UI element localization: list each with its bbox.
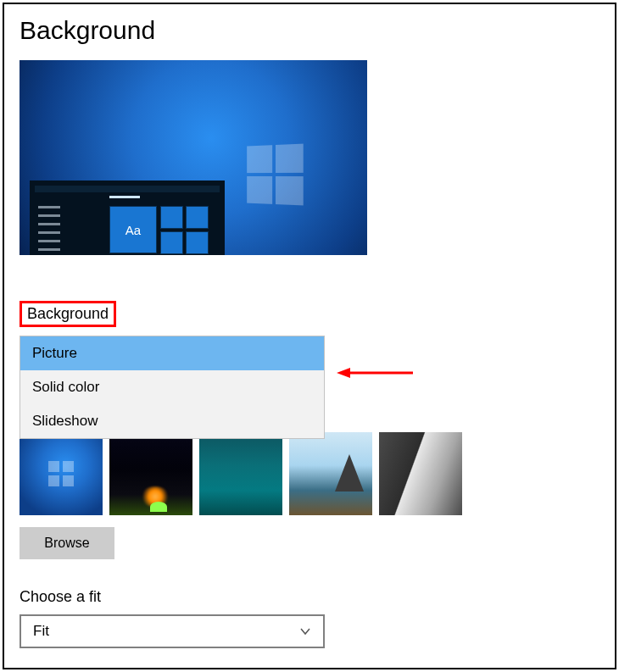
page-title: Background (20, 16, 599, 45)
browse-button[interactable]: Browse (20, 527, 114, 559)
preview-tile-sample: Aa (109, 206, 157, 253)
fit-dropdown-value: Fit (33, 623, 49, 640)
annotation-arrow-icon (337, 364, 413, 381)
preview-menu-icon (38, 206, 60, 255)
dropdown-option-slideshow[interactable]: Slideshow (20, 404, 324, 438)
preview-window: Aa (30, 180, 225, 255)
picture-thumbnails (20, 432, 599, 515)
thumbnail-waterfall-rock[interactable] (379, 432, 462, 515)
dropdown-option-picture[interactable]: Picture (20, 336, 324, 370)
thumbnail-night-campfire[interactable] (109, 432, 192, 515)
background-section: Background Picture Solid color Slideshow… (20, 301, 599, 559)
dropdown-option-solid-color[interactable]: Solid color (20, 370, 324, 404)
chevron-down-icon (299, 625, 311, 637)
svg-marker-1 (337, 368, 350, 378)
annotation-highlight: Background (20, 301, 116, 327)
thumbnail-windows-default[interactable] (20, 432, 103, 515)
desktop-preview: Aa (20, 60, 367, 255)
settings-panel: Background Aa Background Picture (3, 3, 616, 669)
windows-logo-icon (247, 143, 305, 207)
thumbnail-beach-rock[interactable] (289, 432, 372, 515)
fit-dropdown[interactable]: Fit (20, 614, 325, 648)
background-dropdown[interactable]: Picture Solid color Slideshow (20, 336, 325, 439)
fit-section: Choose a fit Fit (20, 588, 599, 648)
fit-label: Choose a fit (20, 588, 599, 606)
thumbnail-underwater[interactable] (199, 432, 282, 515)
background-label: Background (27, 305, 109, 323)
